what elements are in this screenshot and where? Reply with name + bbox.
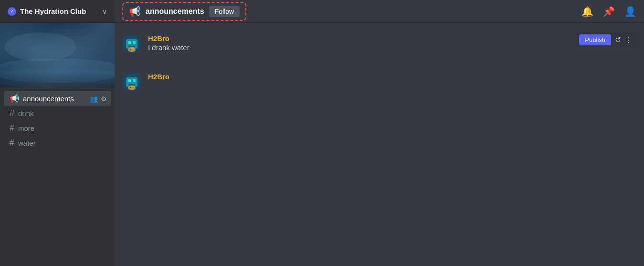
message-content: H2Bro I drank water (148, 34, 636, 52)
server-header-left: ✓ The Hydration Club (8, 7, 86, 16)
channel-name-announcements: announcements (23, 95, 74, 103)
more-options-icon[interactable]: ⋮ (625, 35, 633, 44)
edit-icon[interactable]: ↺ (615, 35, 621, 44)
follow-button[interactable]: Follow (209, 6, 240, 17)
main-content: 📢 announcements Follow 🔔 📌 👤 (115, 0, 644, 266)
svg-point-13 (130, 87, 131, 88)
channel-item-announcements[interactable]: 📢 announcements 👥 ⚙ (4, 91, 111, 106)
topbar-megaphone-icon: 📢 (129, 6, 141, 17)
table-row: H2Bro (122, 71, 636, 94)
sidebar: ✓ The Hydration Club ∨ 📢 announcements 👥… (0, 0, 115, 266)
chevron-down-icon: ∨ (102, 8, 107, 15)
svg-rect-11 (128, 84, 135, 85)
topbar-channel-name: announcements (146, 7, 204, 16)
svg-point-6 (130, 49, 131, 50)
add-member-icon[interactable]: 👥 (90, 95, 98, 103)
message-username: H2Bro (148, 34, 636, 43)
message-actions: Publish ↺ ⋮ (575, 32, 636, 47)
channel-item-water[interactable]: # water (4, 136, 111, 150)
svg-rect-9 (128, 79, 131, 82)
topbar-channel-area: 📢 announcements Follow (122, 2, 576, 21)
avatar (122, 34, 141, 53)
channel-list: 📢 announcements 👥 ⚙ # drink # more # wat… (0, 87, 115, 266)
channel-item-more[interactable]: # more (4, 121, 111, 136)
publish-button[interactable]: Publish (579, 34, 611, 45)
message-username: H2Bro (148, 73, 636, 81)
topbar-icons: 🔔 📌 👤 (581, 6, 636, 17)
banner-overlay (0, 23, 115, 87)
server-header[interactable]: ✓ The Hydration Club ∨ (0, 0, 115, 23)
megaphone-icon: 📢 (10, 94, 19, 103)
svg-rect-10 (133, 79, 136, 82)
server-banner (0, 23, 115, 87)
avatar (122, 73, 141, 92)
messages-area: H2Bro I drank water Publish ↺ ⋮ (115, 23, 644, 266)
notifications-icon[interactable]: 🔔 (581, 6, 593, 17)
server-name: The Hydration Club (20, 7, 86, 15)
pin-icon[interactable]: 📌 (603, 6, 615, 17)
svg-point-12 (128, 85, 136, 90)
svg-rect-2 (128, 41, 131, 44)
channel-name-more: more (18, 124, 34, 132)
table-row: H2Bro I drank water Publish ↺ ⋮ (122, 32, 636, 55)
hash-icon-drink: # (10, 108, 14, 118)
hash-icon-more: # (10, 123, 14, 133)
message-content: H2Bro (148, 73, 636, 82)
server-check-icon: ✓ (8, 7, 16, 16)
channel-name-drink: drink (18, 109, 34, 117)
channel-highlight-box: 📢 announcements Follow (122, 2, 246, 21)
channel-actions: 👥 ⚙ (90, 95, 107, 103)
svg-point-5 (128, 47, 136, 52)
svg-rect-4 (128, 46, 135, 47)
topbar: 📢 announcements Follow 🔔 📌 👤 (115, 0, 644, 23)
message-text: I drank water (148, 43, 636, 52)
members-icon[interactable]: 👤 (624, 6, 636, 17)
svg-rect-3 (133, 41, 136, 44)
channel-name-water: water (18, 139, 36, 147)
hash-icon-water: # (10, 138, 14, 148)
channel-item-drink[interactable]: # drink (4, 106, 111, 121)
settings-icon[interactable]: ⚙ (101, 95, 107, 103)
